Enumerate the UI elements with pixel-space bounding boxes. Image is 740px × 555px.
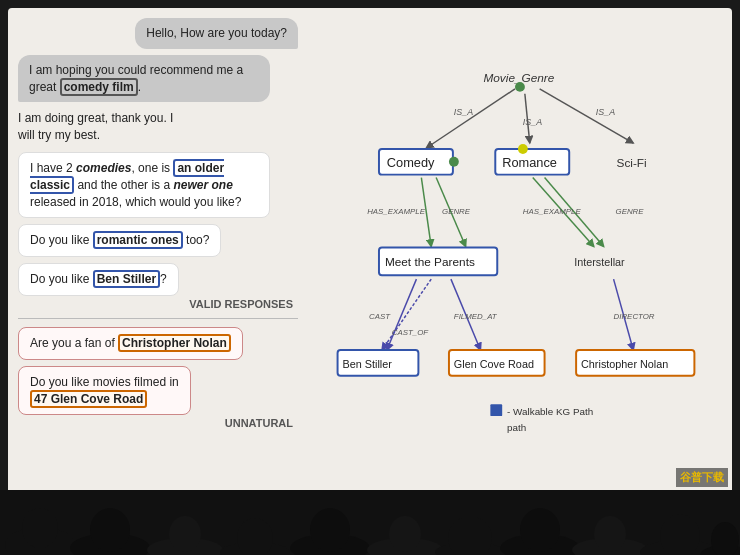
node-ben-stiller: Ben Stiller	[343, 358, 393, 370]
node-christopher-nolan: Christopher Nolan	[581, 358, 668, 370]
legend-path: path	[507, 422, 526, 433]
node-comedy: Comedy	[387, 155, 435, 170]
svg-point-51	[660, 514, 700, 555]
highlight-comedies: comedies	[76, 161, 131, 175]
chat-panel: Hello, How are you today? I am hoping yo…	[18, 18, 308, 485]
svg-line-2	[540, 89, 634, 143]
svg-text:FILMED_AT: FILMED_AT	[454, 312, 498, 321]
divider	[18, 318, 298, 319]
node-romance: Romance	[502, 155, 557, 170]
node-scifi: Sci-Fi	[617, 156, 647, 170]
audience-svg	[0, 490, 740, 555]
chat-bubble-6: Do you like Ben Stiller?	[18, 263, 179, 296]
svg-point-24	[449, 157, 459, 167]
svg-rect-31	[490, 404, 502, 416]
highlight-newer: newer one	[173, 178, 232, 192]
svg-text:DIRECTOR: DIRECTOR	[614, 312, 655, 321]
chat-bubble-4: I have 2 comedies, one is an older class…	[18, 152, 270, 218]
highlight-romantic: romantic ones	[93, 231, 183, 249]
node-glen-cove: Glen Cove Road	[454, 358, 534, 370]
unnatural-label: UNNATURAL	[18, 417, 298, 429]
svg-point-53	[711, 522, 739, 555]
svg-point-41	[310, 508, 350, 552]
svg-text:HAS_EXAMPLE: HAS_EXAMPLE	[523, 207, 582, 216]
knowledge-graph-svg: IS_A IS_A IS_A HAS_EXAMPLE GENRE HAS_EXA…	[308, 18, 722, 485]
highlight-glen-cove: 47 Glen Cove Road	[30, 390, 147, 408]
svg-point-39	[237, 518, 273, 555]
svg-text:CAST: CAST	[369, 312, 391, 321]
presentation-screen: Hello, How are you today? I am hoping yo…	[8, 8, 732, 495]
highlight-christopher-nolan: Christopher Nolan	[118, 334, 231, 352]
svg-text:IS_A: IS_A	[454, 107, 473, 117]
watermark: 谷普下载	[676, 468, 728, 487]
svg-point-33	[22, 508, 58, 548]
svg-point-35	[90, 508, 130, 552]
node-meet-the-parents: Meet the Parents	[385, 255, 475, 269]
svg-point-22	[515, 82, 525, 92]
chat-bubble-3: I am doing great, thank you. Iwill try m…	[18, 108, 173, 146]
svg-text:IS_A: IS_A	[523, 117, 542, 127]
highlight-comedy-film: comedy film	[60, 78, 138, 96]
svg-point-47	[520, 508, 560, 552]
svg-text:IS_A: IS_A	[596, 107, 615, 117]
svg-line-0	[426, 89, 515, 148]
valid-responses-label: VALID RESPONSES	[18, 298, 298, 310]
svg-point-37	[169, 516, 201, 552]
highlight-ben-stiller: Ben Stiller	[93, 270, 160, 288]
svg-text:GENRE: GENRE	[442, 207, 471, 216]
svg-point-43	[389, 516, 421, 552]
chat-bubble-8: Do you like movies filmed in47 Glen Cove…	[18, 366, 191, 416]
svg-text:GENRE: GENRE	[616, 207, 645, 216]
graph-panel: IS_A IS_A IS_A HAS_EXAMPLE GENRE HAS_EXA…	[308, 18, 722, 485]
chat-bubble-5: Do you like romantic ones too?	[18, 224, 221, 257]
node-interstellar: Interstellar	[574, 256, 625, 268]
svg-point-45	[448, 516, 492, 555]
legend-walkable: - Walkable KG Path	[507, 406, 593, 417]
svg-text:HAS_EXAMPLE: HAS_EXAMPLE	[367, 207, 426, 216]
chat-bubble-2: I am hoping you could recommend me a gre…	[18, 55, 270, 103]
svg-text:CAST_OF: CAST_OF	[392, 328, 430, 337]
svg-point-49	[594, 516, 626, 552]
chat-bubble-1: Hello, How are you today?	[135, 18, 298, 49]
svg-line-14	[387, 279, 417, 350]
chat-bubble-7: Are you a fan of Christopher Nolan	[18, 327, 243, 360]
audience-silhouette	[0, 490, 740, 555]
svg-point-26	[518, 144, 528, 154]
